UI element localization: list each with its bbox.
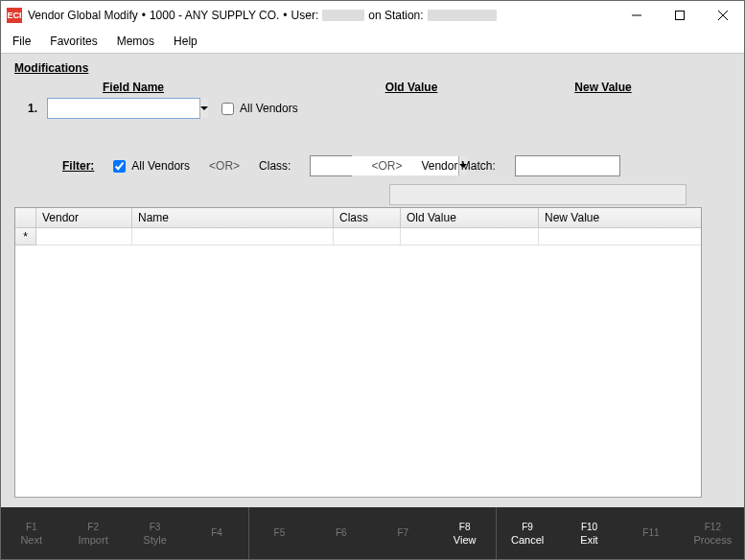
fkey-key: F2 (87, 522, 99, 532)
class-label: Class: (259, 159, 291, 173)
grid-col-class[interactable]: Class (334, 208, 401, 228)
app-window: ECI Vendor Global Modify • 1000 - ANY SU… (0, 0, 745, 560)
fkey-key: F5 (274, 527, 286, 538)
fkey-label: Process (693, 534, 732, 546)
filter-label: Filter: (62, 159, 94, 173)
title-sep: • (142, 9, 146, 22)
field-name-dropdown-button[interactable] (199, 99, 208, 118)
fkey-f5: F5 (248, 507, 311, 559)
header-field-name: Field Name (47, 81, 220, 94)
fkey-key: F4 (211, 527, 222, 538)
menu-memos[interactable]: Memos (111, 33, 160, 50)
all-vendors-row-check[interactable] (221, 103, 234, 115)
cell-name[interactable] (132, 228, 334, 245)
filter-row: Filter: All Vendors <OR> Class: <OR> Ven… (14, 155, 734, 176)
title-app: Vendor Global Modify (28, 9, 138, 22)
grid-body[interactable]: * (15, 228, 701, 497)
or-separator: <OR> (371, 159, 402, 173)
window-title: Vendor Global Modify • 1000 - ANY SUPPLY… (28, 9, 497, 22)
fkey-key: F8 (459, 522, 471, 532)
header-new-value: New Value (536, 81, 670, 94)
filter-all-vendors-checkbox[interactable]: All Vendors (113, 159, 190, 173)
row-number: 1. (14, 102, 47, 115)
grid-col-name[interactable]: Name (132, 208, 334, 228)
grid-col-vendor[interactable]: Vendor (36, 208, 132, 228)
modification-row-1: 1. All Vendors (14, 98, 734, 119)
window-controls (615, 1, 744, 30)
svg-rect-1 (675, 12, 684, 20)
vendor-grid[interactable]: Vendor Name Class Old Value New Value * (14, 207, 702, 498)
field-name-combo[interactable] (47, 98, 200, 119)
fkey-key: F1 (26, 522, 37, 532)
section-modifications: Modifications (14, 61, 734, 75)
fkey-key: F7 (397, 527, 408, 538)
fkey-f10[interactable]: F10Exit (559, 507, 620, 559)
grid-col-old[interactable]: Old Value (401, 208, 539, 228)
column-headers: Field Name Old Value New Value (14, 81, 734, 94)
cell-old[interactable] (401, 228, 539, 245)
maximize-button[interactable] (658, 1, 701, 30)
all-vendors-row-checkbox[interactable]: All Vendors (221, 102, 298, 115)
fkey-f9[interactable]: F9Cancel (496, 507, 558, 559)
fkey-f6: F6 (311, 507, 372, 559)
menu-bar: File Favorites Memos Help (1, 30, 744, 53)
minimize-button[interactable] (615, 1, 658, 30)
fkey-key: F10 (581, 522, 597, 532)
title-user-label: User: (291, 9, 319, 22)
filter-all-vendors-label: All Vendors (131, 159, 190, 173)
work-area: Modifications Field Name Old Value New V… (1, 53, 744, 507)
header-old-value: Old Value (344, 81, 478, 94)
redacted-user (322, 10, 364, 21)
or-separator: <OR> (209, 159, 240, 173)
title-company: 1000 - ANY SUPPLY CO. (150, 9, 279, 22)
fkey-label: Import (79, 534, 108, 546)
vendor-match-label: Vendor Match: (421, 159, 495, 173)
menu-favorites[interactable]: Favorites (44, 33, 103, 50)
close-button[interactable] (701, 1, 744, 30)
fkey-label: Next (20, 534, 42, 546)
grid-col-new[interactable]: New Value (539, 208, 701, 228)
fkey-f11: F11 (620, 507, 682, 559)
fkey-f1: F1Next (1, 507, 62, 559)
app-icon: ECI (7, 8, 22, 23)
menu-file[interactable]: File (7, 33, 36, 50)
chevron-down-icon (200, 106, 208, 110)
fkey-label: Cancel (511, 534, 544, 546)
title-sep: • (283, 9, 287, 22)
fkey-key: F11 (642, 527, 659, 538)
class-combo[interactable] (310, 155, 352, 176)
fkey-key: F6 (336, 527, 347, 538)
all-vendors-row-label: All Vendors (240, 102, 298, 115)
function-key-bar: F1NextF2ImportF3StyleF4F5F6F7F8ViewF9Can… (1, 507, 744, 559)
fkey-label: Style (143, 534, 166, 546)
fkey-f2: F2Import (62, 507, 124, 559)
redacted-station (428, 10, 497, 21)
fkey-f3: F3Style (125, 507, 186, 559)
fkey-label: View (454, 534, 477, 546)
title-bar: ECI Vendor Global Modify • 1000 - ANY SU… (1, 1, 744, 30)
status-box (389, 184, 687, 205)
cell-vendor[interactable] (36, 228, 132, 245)
fkey-key: F12 (705, 522, 721, 532)
fkey-f12: F12Process (683, 507, 744, 559)
new-row-marker: * (15, 228, 36, 245)
filter-all-vendors-check[interactable] (113, 160, 126, 173)
fkey-label: Exit (580, 534, 597, 546)
title-station-label: on Station: (368, 9, 423, 22)
fkey-f7: F7 (373, 507, 434, 559)
menu-help[interactable]: Help (168, 33, 203, 50)
fkey-f8[interactable]: F8View (434, 507, 496, 559)
grid-header: Vendor Name Class Old Value New Value (15, 208, 701, 228)
grid-corner (15, 208, 36, 228)
fkey-key: F9 (522, 522, 533, 532)
cell-class[interactable] (334, 228, 401, 245)
grid-new-row[interactable]: * (15, 228, 701, 245)
fkey-key: F3 (150, 522, 161, 532)
cell-new[interactable] (539, 228, 701, 245)
field-name-input[interactable] (48, 99, 199, 118)
fkey-f4: F4 (186, 507, 247, 559)
vendor-match-input[interactable] (515, 155, 620, 176)
